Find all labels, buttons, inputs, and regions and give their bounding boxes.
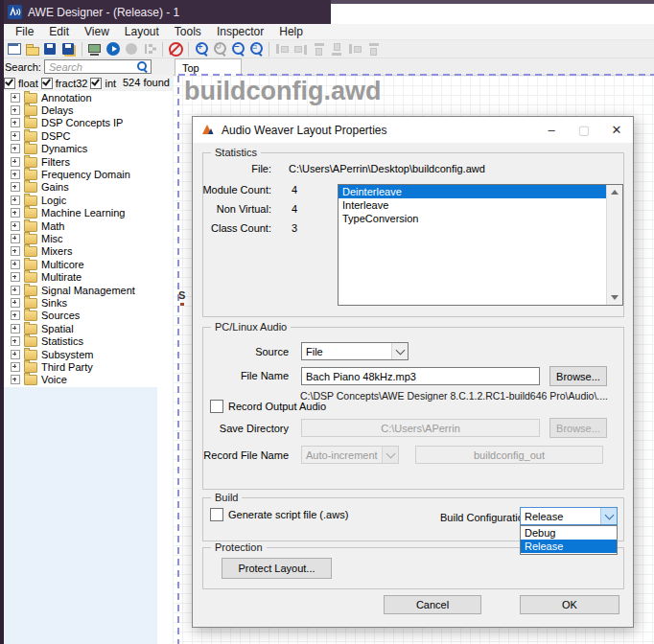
list-scrollbar[interactable] (606, 185, 622, 305)
expand-icon[interactable] (11, 298, 20, 308)
maximize-icon[interactable]: ▢ (568, 117, 600, 143)
record-output-checkbox[interactable]: Record Output Audio (210, 400, 326, 413)
sidebar-item[interactable]: DSPC (4, 129, 173, 142)
chevron-down-icon[interactable] (391, 343, 408, 359)
sidebar-item[interactable]: Sinks (4, 296, 173, 309)
expand-icon[interactable] (11, 286, 20, 295)
expand-icon[interactable] (11, 118, 20, 127)
sidebar-item[interactable]: Statistics (4, 334, 173, 347)
expand-icon[interactable] (11, 375, 20, 384)
no-halt-icon[interactable] (168, 41, 184, 58)
profile-icon[interactable] (142, 41, 158, 58)
expand-icon[interactable] (11, 324, 20, 334)
expand-icon[interactable] (11, 234, 20, 243)
sidebar-item[interactable]: Spatial (4, 322, 173, 334)
new-window-icon[interactable] (7, 41, 23, 58)
list-item[interactable]: Deinterleave (339, 185, 607, 198)
list-item[interactable]: TypeConversion (339, 212, 607, 225)
separator-icon[interactable] (160, 41, 166, 58)
build-configuration-combo[interactable]: Release (520, 507, 618, 525)
zoom-reset-icon[interactable]: ↻ (212, 41, 228, 58)
connect-hardware-icon[interactable] (87, 41, 104, 58)
sidebar-item[interactable]: Subsystem (4, 348, 173, 360)
chevron-down-icon[interactable] (600, 508, 617, 524)
protect-layout-button[interactable]: Protect Layout... (222, 558, 332, 579)
menu-item[interactable]: File (8, 25, 41, 38)
expand-icon[interactable] (11, 336, 20, 346)
expand-icon[interactable] (11, 105, 20, 115)
expand-icon[interactable] (11, 131, 20, 141)
expand-icon[interactable] (11, 260, 20, 269)
distribute-vertical-icon[interactable] (365, 41, 382, 58)
sidebar-item[interactable]: Sources (4, 310, 173, 322)
sidebar-item[interactable]: Misc (4, 232, 173, 244)
expand-icon[interactable] (11, 93, 20, 103)
source-combo[interactable]: File (301, 342, 409, 360)
cancel-button[interactable]: Cancel (384, 595, 481, 614)
minimize-icon[interactable]: – (535, 117, 568, 143)
separator-icon[interactable] (267, 41, 272, 58)
save-all-icon[interactable] (61, 41, 78, 58)
ok-button[interactable]: OK (520, 595, 619, 614)
menu-item[interactable]: Inspector (209, 25, 271, 38)
expand-icon[interactable] (11, 310, 20, 320)
align-right-icon[interactable] (292, 41, 309, 58)
sidebar-item[interactable]: Filters (4, 155, 173, 168)
menu-item[interactable]: Layout (117, 25, 167, 38)
menu-item[interactable]: Tools (167, 25, 209, 38)
menu-item[interactable]: Edit (41, 25, 77, 38)
sidebar-item[interactable]: Multirate (4, 270, 173, 283)
scroll-up-icon[interactable] (611, 190, 619, 195)
type-filter-checkbox[interactable]: fract32 (41, 78, 88, 89)
save-icon[interactable] (43, 41, 59, 58)
expand-icon[interactable] (11, 272, 20, 282)
type-filter-checkbox[interactable]: int (90, 78, 116, 89)
sidebar-item[interactable]: Third Party (4, 360, 173, 373)
sidebar-item[interactable]: Math (4, 219, 173, 232)
generate-script-checkbox[interactable]: Generate script file (.aws) (210, 508, 348, 521)
align-bottom-icon[interactable] (329, 41, 345, 58)
close-icon[interactable]: ✕ (600, 117, 633, 143)
sidebar-item[interactable]: Mixers (4, 245, 173, 258)
expand-icon[interactable] (11, 246, 20, 256)
open-folder-icon[interactable] (25, 41, 41, 58)
expand-icon[interactable] (11, 182, 20, 192)
scroll-down-icon[interactable] (611, 295, 619, 300)
expand-icon[interactable] (11, 208, 20, 218)
file-name-input[interactable]: Bach Piano 48kHz.mp3 (301, 367, 540, 385)
expand-icon[interactable] (11, 221, 20, 231)
zoom-page-icon[interactable]: ▫ (248, 41, 265, 58)
sidebar-item[interactable]: Multicore (4, 258, 173, 270)
sidebar-item[interactable]: Voice (4, 374, 173, 386)
sidebar-item[interactable]: Dynamics (4, 143, 173, 155)
sidebar-item[interactable]: Machine Learning (4, 207, 173, 219)
play-icon[interactable] (105, 41, 122, 58)
expand-icon[interactable] (11, 350, 20, 359)
browse-file-button[interactable]: Browse... (549, 366, 607, 386)
expand-icon[interactable] (11, 196, 20, 205)
expand-icon[interactable] (11, 144, 20, 153)
sidebar-item[interactable]: DSP Concepts IP (4, 117, 173, 129)
sidebar-item[interactable]: Logic (4, 194, 173, 206)
dropdown-option[interactable]: Release (521, 540, 617, 553)
search-icon[interactable] (136, 60, 150, 74)
list-item[interactable]: Interleave (339, 198, 607, 212)
zoom-in-icon[interactable]: + (194, 41, 210, 58)
sidebar-item[interactable]: Signal Management (4, 284, 173, 296)
expand-icon[interactable] (11, 170, 20, 179)
sidebar-item[interactable]: Annotation (4, 91, 173, 104)
separator-icon[interactable] (80, 41, 85, 58)
type-filter-checkbox[interactable]: float (4, 78, 38, 89)
distribute-horizontal-icon[interactable] (347, 41, 363, 58)
menu-item[interactable]: View (77, 25, 117, 38)
dropdown-option[interactable]: Debug (521, 526, 617, 540)
expand-icon[interactable] (11, 362, 20, 372)
sidebar-item[interactable]: Frequency Domain (4, 168, 173, 180)
sidebar-item[interactable]: Gains (4, 181, 173, 194)
separator-icon[interactable] (186, 41, 192, 58)
menu-item[interactable]: Help (271, 25, 311, 38)
sidebar-item[interactable]: Delays (4, 104, 173, 116)
expand-icon[interactable] (11, 157, 20, 167)
align-top-icon[interactable] (311, 41, 327, 58)
align-left-icon[interactable] (274, 41, 291, 58)
